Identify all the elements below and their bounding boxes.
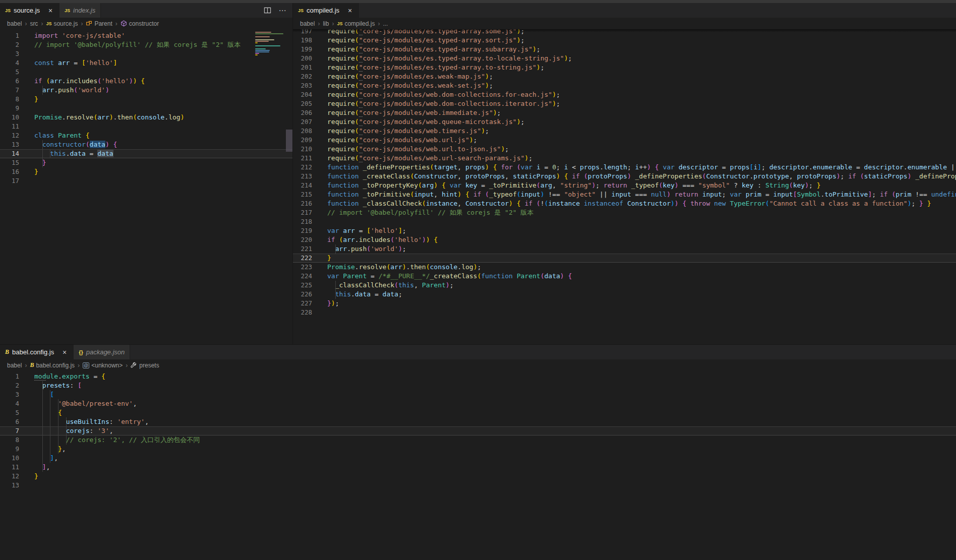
line-number: 15 (0, 158, 19, 167)
code-text: // corejs: '2', // 入口引入的包会不同 (34, 435, 200, 445)
line-number: 217 (293, 208, 312, 217)
js-icon: JS (46, 21, 51, 26)
line-number: 5 (0, 408, 19, 417)
tab-babel.config.js[interactable]: Bbabel.config.js× (0, 345, 74, 359)
breadcrumb-label: compiled.js (344, 20, 375, 27)
code-line-204: 204require("core-js/modules/web.dom-coll… (293, 90, 956, 99)
close-icon[interactable]: × (47, 7, 54, 14)
editor-source[interactable]: 1import 'core-js/stable'2// import '@bab… (0, 29, 292, 344)
line-number: 7 (0, 86, 19, 95)
code-text: arr.push('world'); (327, 244, 406, 254)
code-text: var Parent = /*#__PURE__*/_createClass(f… (327, 272, 572, 281)
indent-guide (58, 408, 58, 417)
code-text: } (34, 95, 38, 104)
tab-source.js[interactable]: JSsource.js× (0, 3, 59, 18)
code-text: require("core-js/modules/web.timers.js")… (327, 127, 489, 136)
code-line-12: 12} (0, 472, 956, 481)
code-line-199: 199require("core-js/modules/es.typed-arr… (293, 45, 956, 54)
code-line-210: 210require("core-js/modules/web.url.to-j… (293, 145, 956, 154)
line-number: 11 (0, 463, 19, 472)
code-line-6: 6if (arr.includes('hello')) { (0, 77, 292, 86)
editor-compiled[interactable]: 197require("core-js/modules/es.typed-arr… (293, 29, 956, 344)
code-line-13: 13 (0, 481, 956, 490)
code-line-220: 220if (arr.includes('hello')) { (293, 235, 956, 244)
code-text: constructor(data) { (34, 140, 117, 149)
tab-index.js[interactable]: JSindex.js (59, 3, 101, 18)
code-text: }, (34, 445, 66, 454)
code-line-226: 226 this.data = data; (293, 290, 956, 299)
tab-compiled.js[interactable]: JScompiled.js× (293, 3, 359, 18)
line-number: 1 (0, 31, 19, 40)
pane-source: JSsource.js×JSindex.js⋯ babel›src›JSsour… (0, 3, 293, 344)
code-text: require("core-js/modules/es.typed-array.… (327, 29, 524, 36)
code-text: require("core-js/modules/es.weak-set.js"… (327, 81, 493, 90)
pane-babel-config: Bbabel.config.js×{}package.json babel›Bb… (0, 344, 956, 560)
breadcrumb-label: presets (139, 362, 159, 369)
breadcrumb-item-lib[interactable]: lib (323, 20, 329, 27)
indent-guide (50, 399, 50, 408)
breadcrumb-item-unknown[interactable]: @<unknown> (83, 362, 123, 369)
code-text: '@babel/preset-env', (34, 399, 137, 408)
code-text: require("core-js/modules/es.typed-array.… (327, 63, 544, 72)
breadcrumb-item-...[interactable]: ... (383, 20, 388, 27)
indent-guide (42, 149, 43, 158)
vscode-window: JSsource.js×JSindex.js⋯ babel›src›JSsour… (0, 0, 956, 560)
code-line-223: 223Promise.resolve(arr).then(console.log… (293, 263, 956, 272)
breadcrumb-item-Parent[interactable]: Parent (86, 20, 112, 27)
tab-package.json[interactable]: {}package.json (74, 345, 130, 359)
indent-guide (42, 435, 43, 445)
code-text: } (34, 167, 38, 176)
code-text: corejs: '3', (34, 426, 113, 435)
line-number: 4 (0, 399, 19, 408)
code-text: require("core-js/modules/web.url.to-json… (327, 145, 509, 154)
breadcrumb-item-babel[interactable]: babel (7, 362, 22, 369)
code-text: // import '@babel/polyfill' // 如果 corejs… (34, 40, 241, 49)
code-text: }); (327, 299, 339, 308)
chevron-right-icon: › (332, 20, 334, 27)
breadcrumb-item-babel[interactable]: babel (7, 20, 22, 27)
code-line-200: 200require("core-js/modules/es.typed-arr… (293, 54, 956, 63)
breadcrumb-item-source.js[interactable]: JSsource.js (46, 20, 78, 27)
tab-label: source.js (14, 7, 40, 14)
chevron-right-icon: › (41, 20, 43, 27)
code-line-9: 9 (0, 104, 292, 113)
line-number: 3 (0, 49, 19, 58)
indent-guide (42, 408, 43, 417)
split-editor-icon[interactable] (263, 7, 271, 15)
indent-guide (58, 399, 58, 408)
breadcrumb-babel-config: babel›Bbabel.config.js›@<unknown>›preset… (0, 359, 956, 371)
code-line-6: 6 useBuiltIns: 'entry', (0, 417, 956, 426)
breadcrumb-item-presets[interactable]: presets (131, 362, 159, 369)
indent-guide (42, 454, 43, 463)
breadcrumb-item-src[interactable]: src (30, 20, 38, 27)
breadcrumb-compiled: babel›lib›JScompiled.js›... (293, 18, 956, 29)
breadcrumb-item-babel.config.js[interactable]: Bbabel.config.js (30, 361, 75, 369)
line-number: 2 (0, 40, 19, 49)
line-number: 9 (0, 445, 19, 454)
breadcrumb-item-compiled.js[interactable]: JScompiled.js (337, 20, 375, 27)
line-number: 205 (293, 99, 312, 108)
more-actions-icon[interactable]: ⋯ (278, 7, 286, 15)
scrollbar-thumb[interactable] (286, 130, 292, 152)
code-line-4: 4const arr = ['hello'] (0, 58, 292, 68)
breadcrumb-source: babel›src›JSsource.js›Parent›constructor (0, 18, 292, 29)
indent-guide (50, 445, 50, 454)
minimap[interactable] (254, 30, 285, 57)
indent-guide (42, 426, 43, 435)
code-text: require("core-js/modules/web.dom-collect… (327, 90, 560, 99)
breadcrumb-item-babel[interactable]: babel (300, 20, 315, 27)
code-line-218: 218 (293, 217, 956, 226)
code-text: require("core-js/modules/web.dom-collect… (327, 99, 560, 108)
code-text: const arr = ['hello'] (34, 58, 117, 68)
close-icon[interactable]: × (61, 349, 68, 356)
code-line-10: 10Promise.resolve(arr).then(console.log) (0, 113, 292, 122)
code-text: } (34, 158, 46, 167)
breadcrumb-item-constructor[interactable]: constructor (121, 20, 159, 27)
close-icon[interactable]: × (346, 7, 353, 14)
editor-babel-config[interactable]: 1module.exports = {2 presets: [3 [4 '@ba… (0, 371, 956, 560)
code-text: } (327, 254, 331, 263)
code-text: presets: [ (34, 381, 82, 390)
code-line-1: 1module.exports = { (0, 372, 956, 381)
code-text: ], (34, 454, 58, 463)
indent-guide (42, 399, 43, 408)
